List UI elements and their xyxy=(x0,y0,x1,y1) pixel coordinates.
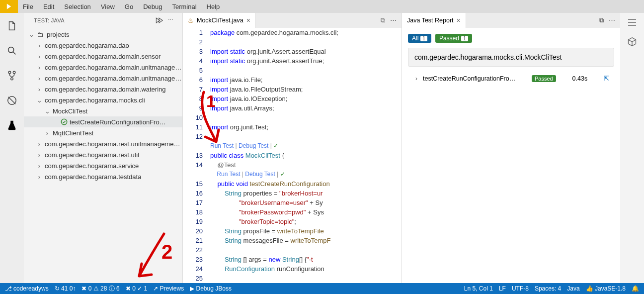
activity-bar xyxy=(0,13,24,283)
tree-item[interactable]: ›com.gepardec.hogarama.testdata xyxy=(24,171,182,182)
report-test-item[interactable]: › testCreateRunConfigurationFro… Passed … xyxy=(408,71,614,86)
tree-item[interactable]: ⌄MockCliTest xyxy=(24,105,182,116)
chevron-icon: › xyxy=(36,140,43,148)
tree-item[interactable]: ›com.gepardec.hogarama.domain.sensor xyxy=(24,51,182,62)
report-tabbar: Java Test Report × ⧉ ⋯ xyxy=(402,13,620,28)
tree-item[interactable]: ›com.gepardec.hogarama.domain.watering xyxy=(24,84,182,95)
menu-go[interactable]: Go xyxy=(120,3,138,10)
indent-item[interactable]: Spaces: 4 xyxy=(535,285,561,292)
package-icon[interactable] xyxy=(627,37,637,47)
svg-point-2 xyxy=(13,71,15,74)
svg-point-3 xyxy=(11,78,13,80)
split-editor-icon[interactable]: ⧉ xyxy=(599,16,604,24)
chevron-icon: › xyxy=(36,162,43,170)
encoding-item[interactable]: UTF-8 xyxy=(512,285,529,292)
test-report: All1 Passed1 com.gepardec.hogarama.mocks… xyxy=(402,28,620,283)
chevron-icon: › xyxy=(44,129,51,137)
tree-item[interactable]: ⌄🗀projects xyxy=(24,29,182,40)
debug-icon[interactable] xyxy=(5,94,19,107)
close-icon[interactable]: × xyxy=(246,16,250,24)
run-test-link[interactable]: Run Test xyxy=(217,171,240,178)
test-duration: 0.43s xyxy=(572,75,588,82)
run-all-icon[interactable] xyxy=(155,17,163,24)
editor-tabbar: ♨ MockCliTest.java × ⧉ ⋯ xyxy=(183,13,402,28)
secondary-activity-bar xyxy=(620,13,644,283)
chevron-icon: ⌄ xyxy=(44,107,51,115)
menu-edit[interactable]: Edit xyxy=(38,3,59,10)
menu-terminal[interactable]: Terminal xyxy=(167,3,201,10)
chevron-icon: › xyxy=(36,75,43,82)
app-logo xyxy=(0,0,18,13)
svg-point-0 xyxy=(8,47,14,53)
chevron-right-icon: › xyxy=(413,75,420,82)
menu-view[interactable]: View xyxy=(96,3,120,10)
tree-item[interactable]: ›MqttClientTest xyxy=(24,127,182,138)
pass-icon xyxy=(61,118,68,125)
report-class-title: com.gepardec.hogarama.mocks.cli.MockCliT… xyxy=(408,48,614,67)
bell-icon[interactable]: 🔔 xyxy=(632,285,639,292)
sidebar-title: TEST: JAVA xyxy=(34,17,65,23)
filter-all[interactable]: All1 xyxy=(408,34,431,43)
outline-icon[interactable] xyxy=(627,18,637,27)
test-results-item[interactable]: ✖ 0 ✓ 1 xyxy=(126,285,147,292)
previews-item[interactable]: ↗ Previews xyxy=(153,285,184,292)
tab-file[interactable]: ♨ MockCliTest.java × xyxy=(183,13,256,28)
menubar: FileEditSelectionViewGoDebugTerminalHelp xyxy=(0,0,644,13)
cursor-position[interactable]: Ln 5, Col 1 xyxy=(464,285,493,292)
more-icon[interactable]: ⋯ xyxy=(609,16,615,24)
test-icon[interactable] xyxy=(5,118,19,132)
tree-item[interactable]: ⌄com.gepardec.hogarama.mocks.cli xyxy=(24,95,182,105)
tree-item[interactable]: ›com.gepardec.hogarama.rest.unitmanageme… xyxy=(24,138,182,149)
debug-launch-item[interactable]: ▶ Debug JBoss xyxy=(190,285,232,292)
svg-point-1 xyxy=(8,71,11,74)
filter-passed[interactable]: Passed1 xyxy=(435,34,472,43)
test-tree: ⌄🗀projects›com.gepardec.hogarama.dao›com… xyxy=(24,28,182,283)
tree-item[interactable]: testCreateRunConfigurationFro… xyxy=(24,116,182,127)
chevron-icon: › xyxy=(36,173,43,181)
status-bar: ⎇ codereadyws ↻ 41 0↑ ✖ 0 ⚠ 28 ⓘ 6 ✖ 0 ✓… xyxy=(0,283,644,294)
tab-test-report[interactable]: Java Test Report × xyxy=(402,13,466,28)
more-icon[interactable]: ⋯ xyxy=(390,16,397,24)
chevron-icon: › xyxy=(36,86,43,93)
close-icon[interactable]: × xyxy=(457,16,461,24)
workspace-item[interactable]: ⎇ codereadyws xyxy=(5,285,49,292)
goto-icon[interactable]: ⇱ xyxy=(604,75,609,82)
language-item[interactable]: Java xyxy=(567,285,579,292)
tree-item[interactable]: ›com.gepardec.hogarama.dao xyxy=(24,40,182,51)
folder-icon: 🗀 xyxy=(37,31,45,38)
sync-item[interactable]: ↻ 41 0↑ xyxy=(55,285,76,292)
tree-item[interactable]: ›com.gepardec.hogarama.service xyxy=(24,160,182,171)
search-icon[interactable] xyxy=(5,44,19,58)
more-icon[interactable]: ⋯ xyxy=(168,17,173,24)
tree-item[interactable]: ›com.gepardec.hogarama.domain.unitmanage… xyxy=(24,62,182,73)
chevron-icon: › xyxy=(36,53,43,60)
split-editor-icon[interactable]: ⧉ xyxy=(381,16,385,24)
java-file-icon: ♨ xyxy=(188,17,194,24)
debug-test-link[interactable]: Debug Test xyxy=(245,171,275,178)
diagnostics-item[interactable]: ✖ 0 ⚠ 28 ⓘ 6 xyxy=(81,285,119,293)
menu-file[interactable]: File xyxy=(18,3,38,10)
menu-debug[interactable]: Debug xyxy=(138,3,167,10)
chevron-icon: › xyxy=(36,64,43,71)
menu-selection[interactable]: Selection xyxy=(59,3,95,10)
file-icon[interactable] xyxy=(5,19,19,33)
debug-test-link[interactable]: Debug Test xyxy=(239,142,269,149)
chevron-icon: › xyxy=(36,42,43,49)
sidebar: TEST: JAVA ⋯ ⌄🗀projects›com.gepardec.hog… xyxy=(24,13,183,283)
status-badge: Passed xyxy=(532,75,556,82)
chevron-icon: ⌄ xyxy=(28,31,35,38)
run-test-link[interactable]: Run Test xyxy=(210,142,234,149)
code-editor[interactable]: 1234567891011121314151617181920212223242… xyxy=(183,28,402,283)
tree-item[interactable]: ›com.gepardec.hogarama.rest.util xyxy=(24,149,182,160)
tree-item[interactable]: ›com.gepardec.hogarama.domain.unitmanage… xyxy=(24,73,182,84)
git-icon[interactable] xyxy=(5,69,19,83)
eol-item[interactable]: LF xyxy=(499,285,506,292)
jdk-item[interactable]: 👍 JavaSE-1.8 xyxy=(586,285,626,292)
menu-help[interactable]: Help xyxy=(202,3,225,10)
chevron-icon: › xyxy=(36,151,43,159)
chevron-icon: ⌄ xyxy=(36,97,43,104)
